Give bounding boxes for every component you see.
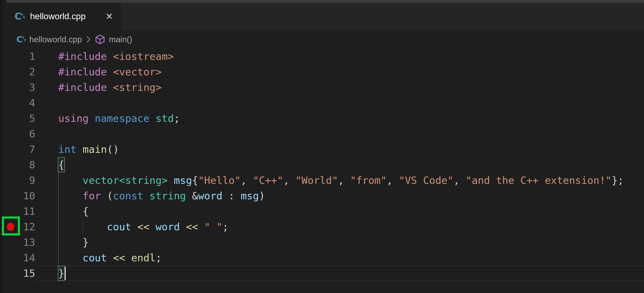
code-line-text: } [58,266,644,281]
line-number: 2 [14,64,35,80]
indent-guide [58,188,59,204]
glyph-margin[interactable] [3,219,14,234]
code-line-text: #include <vector> [58,64,644,80]
editor-lines: 1#include <iostream>2#include <vector>3#… [3,48,644,281]
indent-guide [83,219,83,234]
line-number: 8 [14,157,35,172]
code-line[interactable]: 8{ [3,157,644,172]
breakpoint-icon[interactable] [7,223,14,231]
window-left-border [0,0,3,293]
cpp-file-icon: C + + [16,35,26,44]
code-line[interactable]: 12 cout << word << " "; [3,219,644,234]
tab-label: helloworld.cpp [30,12,86,21]
indent-guide [58,250,59,266]
breadcrumb-file[interactable]: helloworld.cpp [29,35,82,44]
code-line[interactable]: 14 cout << endl; [3,250,644,266]
cpp-file-icon: C + + [14,11,25,22]
line-number: 7 [14,142,35,157]
glyph-margin[interactable] [3,188,14,204]
code-line-text: { [58,204,644,219]
glyph-margin[interactable] [3,64,14,80]
code-line-text: } [58,234,644,250]
code-line-text: { [58,157,644,172]
matched-bracket: { [58,158,64,172]
glyph-margin[interactable] [3,110,14,126]
glyph-margin[interactable] [3,142,14,157]
line-number: 1 [14,48,35,64]
breadcrumb: C + + helloworld.cpp main() [0,30,644,48]
code-line[interactable]: 4 [3,95,644,110]
tab-helloworld-cpp[interactable]: C + + helloworld.cpp ✕ [3,3,121,30]
code-line-text: cout << endl; [58,250,644,266]
code-line[interactable]: 7int main() [3,142,644,157]
code-line[interactable]: 1#include <iostream> [3,48,644,64]
code-line[interactable]: 13 } [3,234,644,250]
code-line-text: int main() [58,142,644,157]
chevron-right-icon [86,35,91,44]
matched-bracket: } [58,266,64,280]
tab-bar: C + + helloworld.cpp ✕ [0,3,644,30]
code-line[interactable]: 11 { [3,204,644,219]
glyph-margin[interactable] [3,250,14,266]
indent-guide [58,204,59,219]
line-number: 9 [14,172,35,188]
line-number: 6 [14,126,35,142]
svg-text:+: + [22,14,25,20]
code-line[interactable]: 5using namespace std; [3,110,644,126]
code-line-text: using namespace std; [58,110,644,126]
code-editor[interactable]: 1#include <iostream>2#include <vector>3#… [0,48,644,281]
glyph-margin[interactable] [3,95,14,110]
code-line-text: vector<string> msg{"Hello", "C++", "Worl… [58,172,644,188]
code-line[interactable]: 15} [3,266,644,281]
code-line-text [58,95,644,110]
close-icon[interactable]: ✕ [106,12,113,21]
line-number: 10 [14,188,35,204]
code-line-text: cout << word << " "; [58,219,644,234]
code-line[interactable]: 9 vector<string> msg{"Hello", "C++", "Wo… [3,172,644,188]
code-line[interactable]: 6 [3,126,644,142]
glyph-margin[interactable] [3,266,14,281]
svg-text:+: + [23,37,26,42]
line-number: 5 [14,110,35,126]
code-line-text: for (const string &word : msg) [58,188,644,204]
indent-guide [58,219,59,234]
text-cursor [65,267,66,280]
indent-guide [58,234,59,250]
titlebar-strip [6,0,644,3]
glyph-margin[interactable] [3,48,14,64]
glyph-margin[interactable] [3,234,14,250]
line-number: 15 [14,266,35,281]
line-number: 13 [14,234,35,250]
code-line-text [58,126,644,142]
glyph-margin[interactable] [3,126,14,142]
line-number: 14 [14,250,35,266]
glyph-margin[interactable] [3,80,14,95]
code-line-text: #include <string> [58,80,644,95]
line-number: 3 [14,80,35,95]
breadcrumb-symbol[interactable]: main() [109,35,132,44]
code-line[interactable]: 3#include <string> [3,80,644,95]
symbol-method-icon [95,34,106,45]
indent-guide [58,172,59,188]
code-line-text: #include <iostream> [58,48,644,64]
glyph-margin[interactable] [3,157,14,172]
line-number: 4 [14,95,35,110]
glyph-margin[interactable] [3,172,14,188]
code-line[interactable]: 2#include <vector> [3,64,644,80]
code-line[interactable]: 10 for (const string &word : msg) [3,188,644,204]
